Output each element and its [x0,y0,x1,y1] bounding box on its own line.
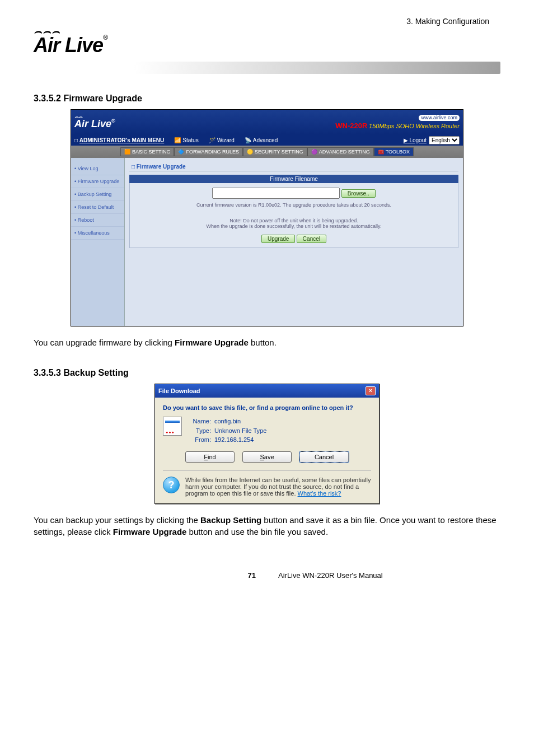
tab-security[interactable]: 🟡 SECURITY SETTING [243,147,307,156]
name-label: Name: [188,417,211,426]
dialog-title: File Download [158,388,200,394]
menu-advanced[interactable]: 📡 Advanced [245,137,278,143]
sidebar-backup-setting[interactable]: • Backup Setting [71,188,124,201]
tab-bar: 🟧 BASIC SETTING 🔷 FORWARDING RULES 🟡 SEC… [71,146,463,158]
from-label: From: [188,435,211,445]
tab-advanced[interactable]: 🟣 ADVANCED SETTING [307,147,374,156]
chapter-label: 3. Making Configuration [34,17,500,26]
sidebar-view-log[interactable]: • View Log [71,162,124,175]
menu-wizard[interactable]: 🪄 Wizard [209,137,235,143]
model-label: WN-220R [335,122,367,130]
airlive-logo: ⌢⌢⌢ Air Live® [34,29,107,57]
admin-main-menu-link[interactable]: ADMINISTRATOR's MAIN MENU [79,137,164,143]
name-value: config.bin [214,418,241,424]
language-select[interactable]: English [429,136,460,144]
sidebar-reboot[interactable]: • Reboot [71,214,124,227]
tagline: 150Mbps SOHO Wireless Router [369,123,460,129]
upgrade-button[interactable]: Upgrade [261,235,295,243]
warning-text: While files from the Internet can be use… [185,477,371,497]
section-heading-firmware: 3.3.5.2 Firmware Upgrade [34,94,500,104]
tab-basic[interactable]: 🟧 BASIC SETTING [120,147,175,156]
router-screenshot: ⌢⌢ Air Live® www.airlive.com WN-220R 150… [71,109,463,326]
browse-button[interactable]: Browse.. [341,189,376,198]
close-icon[interactable]: × [366,386,376,395]
file-type-icon [163,417,182,436]
manual-name: AirLive WN-220R User's Manual [278,571,500,580]
paragraph-backup: You can backup your settings by clicking… [34,514,500,538]
sidebar-firmware-upgrade[interactable]: • Firmware Upgrade [71,175,124,188]
from-value: 192.168.1.254 [214,436,254,443]
page-footer: 71 AirLive WN-220R User's Manual [34,571,500,580]
note-text: Note! Do not power off the unit when it … [134,218,453,223]
url-badge: www.airlive.com [419,115,460,121]
file-download-dialog: File Download × Do you want to save this… [154,384,380,504]
type-label: Type: [188,426,211,436]
router-logo: ⌢⌢ Air Live® [74,115,115,130]
sidebar: • View Log • Firmware Upgrade • Backup S… [71,158,125,326]
save-button[interactable]: Save [242,451,292,463]
find-button[interactable]: Find [185,451,235,463]
version-text: Current firmware version is R1.00e02. Th… [134,202,453,208]
cancel-button-dialog[interactable]: Cancel [299,451,349,463]
done-text: When the upgrade is done successfully, t… [134,223,453,229]
sidebar-miscellaneous[interactable]: • Miscellaneous [71,227,124,240]
sidebar-reset-default[interactable]: • Reset to Default [71,201,124,214]
whats-the-risk-link[interactable]: What's the risk? [298,490,341,497]
page-number: 71 [34,571,278,580]
firmware-file-field[interactable] [212,188,340,199]
menu-status[interactable]: 📶 Status [174,137,198,143]
type-value: Unknown File Type [214,427,266,434]
help-icon: ? [163,477,180,493]
logout-link[interactable]: ▶ Logout [404,137,427,143]
dialog-question: Do you want to save this file, or find a… [163,404,371,411]
panel-title: □ Firmware Upgrade [129,162,458,171]
panel-header: Firmware Filename [129,175,458,183]
header-divider [134,62,500,74]
section-heading-backup: 3.3.5.3 Backup Setting [34,368,500,378]
tab-toolbox[interactable]: 🧰 TOOLBOX [374,147,414,156]
paragraph-firmware: You can upgrade firmware by clicking Fir… [34,337,500,348]
cancel-button[interactable]: Cancel [297,235,326,243]
tab-forwarding[interactable]: 🔷 FORWARDING RULES [174,147,243,156]
